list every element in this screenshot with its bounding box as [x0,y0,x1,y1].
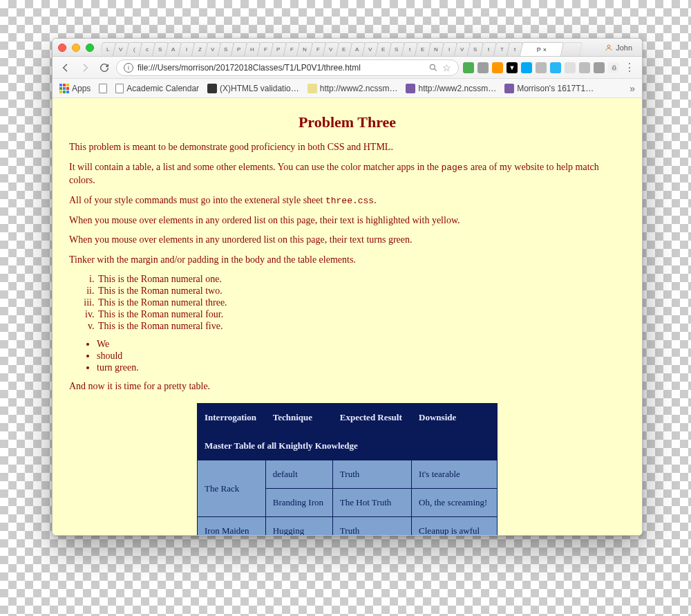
table-container: Master Table of all Knightly Knowledge I… [69,403,625,535]
bookmark-item[interactable] [99,84,107,93]
bookmark-item[interactable]: Academic Calendar [115,84,199,93]
tab-label: Z [198,46,201,53]
tab-label: t [514,46,515,53]
bookmark-item[interactable]: (X)HTML5 validatio… [207,84,299,93]
close-tab-icon[interactable]: × [543,46,547,53]
address-bar[interactable]: i file:///Users/morrison/20172018Classes… [116,59,459,76]
bookmark-overflow-button[interactable]: » [630,83,635,94]
bookmark-item[interactable]: http://www2.ncssm… [406,84,496,93]
table-cell: Hugging [265,517,332,535]
paragraph: When you mouse over elements in any orde… [69,214,625,227]
bookmark-label: http://www2.ncssm… [320,84,398,93]
tab-strip: LV(cSAIZVSPHFPFNFVEAVEStENIVStTtP× [101,39,600,56]
paragraph: And now it is time for a pretty table. [69,380,625,393]
tab-label: F [290,46,293,53]
tab-label: E [381,46,385,53]
new-tab-button[interactable] [560,42,583,56]
tab-label: P [237,46,240,53]
extension-icon[interactable] [579,62,590,73]
extension-icon[interactable] [536,62,547,73]
tab-label: L [106,46,109,53]
minimize-window-button[interactable] [72,44,80,52]
tab-label: N [434,46,438,53]
apps-label: Apps [72,84,91,93]
table-row: The Rack default Truth It's tearable [198,460,498,489]
favicon-icon [307,84,317,93]
bookmark-label: (X)HTML5 validatio… [220,84,299,93]
table-header: Downside [412,404,498,432]
paragraph: All of your style commands must go into … [69,194,625,207]
tab-label: V [460,46,464,53]
extension-icon[interactable] [477,62,489,73]
text: . [374,195,377,205]
list-item[interactable]: turn green. [97,362,625,373]
tab-label: V [211,46,214,53]
list-item[interactable]: We [97,339,625,350]
tab-label: V [329,46,332,53]
reload-button[interactable] [97,60,112,75]
window-controls [58,44,94,52]
list-item[interactable]: This is the Roman numeral two. [97,286,625,297]
apps-bookmark[interactable]: Apps [59,84,91,93]
close-window-button[interactable] [58,44,66,52]
extension-icon[interactable] [492,62,503,73]
table-cell: Truth [332,517,411,535]
list-item[interactable]: This is the Roman numeral four. [97,309,625,320]
code-text: pages [441,162,468,173]
table-cell: The Hot Truth [332,489,411,517]
extension-icon[interactable] [521,62,532,73]
list-item[interactable]: should [97,351,625,362]
table-cell: Branding Iron [265,489,332,517]
bookmark-item[interactable]: http://www2.ncssm… [307,84,398,93]
list-item[interactable]: This is the Roman numeral one. [97,274,625,285]
zoom-icon[interactable] [428,63,438,73]
browser-window: LV(cSAIZVSPHFPFNFVEAVEStENIVStTtP× John … [52,38,643,536]
page-content: Problem Three This problem is meant to b… [53,98,642,535]
paragraph: When you mouse over elements in any unor… [69,234,625,247]
extension-icon[interactable] [565,62,576,73]
browser-tab-active[interactable]: P× [520,42,564,56]
extension-icon[interactable] [594,62,605,73]
ordered-list: This is the Roman numeral one. This is t… [90,274,625,332]
extension-icon[interactable] [550,62,561,73]
arrow-left-icon [60,62,71,73]
apps-icon [59,84,69,93]
table-caption: Master Table of all Knightly Knowledge [198,432,498,460]
bookmark-item[interactable]: Morrison's 1617T1… [504,84,594,93]
table-header-row: Interrogation Technique Expected Result … [198,404,498,432]
tab-label: N [303,46,307,53]
extension-icons: ▼ ⎙ ⋮ [463,61,636,74]
menu-icon[interactable]: ⋮ [623,61,636,74]
list-item[interactable]: This is the Roman numeral three. [97,297,625,308]
tab-label: S [473,46,477,53]
star-icon[interactable]: ☆ [442,62,451,73]
paragraph: This problem is meant to be demonstrate … [69,141,625,154]
page-icon [99,84,107,93]
svg-point-1 [430,64,435,69]
svg-point-0 [607,45,610,48]
tab-label: E [342,46,346,53]
table-header: Expected Result [332,404,411,432]
tab-label: A [355,46,359,53]
favicon-icon [406,84,415,93]
tab-label: ( [133,46,135,53]
favicon-icon [504,84,514,93]
back-button[interactable] [58,60,73,75]
page-info-icon[interactable]: i [124,63,133,73]
titlebar: LV(cSAIZVSPHFPFNFVEAVEStENIVStTtP× John [53,39,642,57]
extension-icon[interactable] [463,62,474,73]
profile-chip[interactable]: John [600,44,636,52]
print-icon[interactable]: ⎙ [608,62,619,73]
knightly-table: Master Table of all Knightly Knowledge I… [197,403,498,535]
unordered-list: We should turn green. [90,339,625,373]
table-cell: Iron Maiden [198,517,266,535]
tab-label: I [448,46,450,53]
table-cell: The Rack [198,460,266,517]
tab-label: F [263,46,267,53]
extension-icon[interactable]: ▼ [507,62,518,73]
forward-button[interactable] [77,60,93,75]
maximize-window-button[interactable] [86,44,94,52]
tab-label: F [316,46,319,53]
list-item[interactable]: This is the Roman numeral five. [97,321,625,332]
tab-label: H [250,46,254,53]
